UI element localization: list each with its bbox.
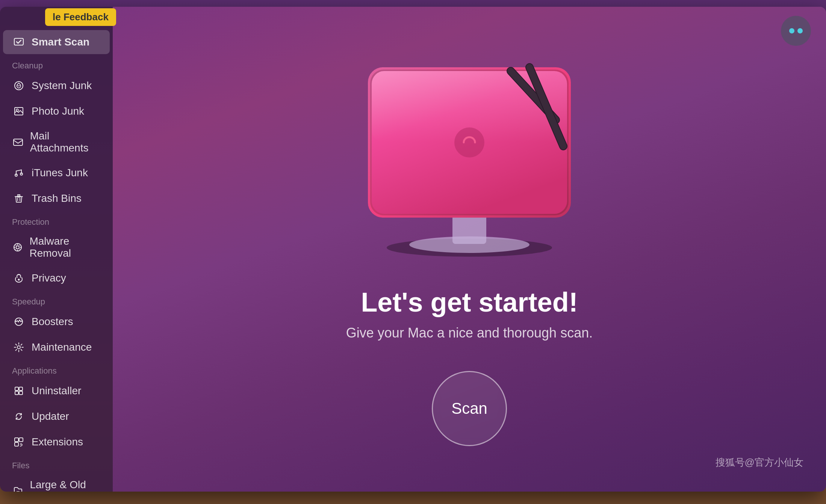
svg-rect-22 bbox=[452, 214, 486, 244]
sidebar-item-large-old-files[interactable]: Large & Old Files bbox=[3, 474, 110, 492]
sidebar-item-system-junk-label: System Junk bbox=[32, 80, 92, 92]
svg-rect-13 bbox=[19, 387, 23, 390]
sidebar-item-itunes-junk-label: iTunes Junk bbox=[32, 167, 88, 179]
sidebar-item-privacy-label: Privacy bbox=[32, 272, 66, 284]
section-label-speedup: Speedup bbox=[0, 291, 113, 309]
sidebar-item-malware-removal[interactable]: Malware Removal bbox=[3, 230, 110, 265]
section-label-protection: Protection bbox=[0, 211, 113, 229]
top-right-dots-button[interactable] bbox=[781, 16, 811, 46]
system-junk-icon bbox=[12, 79, 26, 92]
photo-junk-icon bbox=[12, 104, 26, 118]
svg-rect-17 bbox=[19, 438, 23, 442]
trash-bins-icon bbox=[12, 192, 26, 205]
smart-scan-icon bbox=[12, 35, 26, 49]
sidebar-item-trash-bins-label: Trash Bins bbox=[32, 192, 82, 204]
updater-icon bbox=[12, 410, 26, 423]
sidebar-item-photo-junk-label: Photo Junk bbox=[32, 105, 84, 117]
sidebar-item-updater-label: Updater bbox=[32, 410, 69, 422]
sidebar-item-boosters-label: Boosters bbox=[32, 316, 73, 328]
section-label-cleanup: Cleanup bbox=[0, 55, 113, 73]
sidebar: Smart Scan Cleanup System Junk bbox=[0, 7, 113, 492]
section-label-applications: Applications bbox=[0, 360, 113, 378]
sidebar-item-updater[interactable]: Updater bbox=[3, 404, 110, 428]
svg-rect-12 bbox=[15, 387, 18, 390]
svg-rect-16 bbox=[15, 438, 18, 442]
sidebar-item-boosters[interactable]: Boosters bbox=[3, 310, 110, 334]
sidebar-item-maintenance-label: Maintenance bbox=[32, 341, 92, 353]
privacy-icon bbox=[12, 271, 26, 285]
svg-point-9 bbox=[18, 279, 20, 281]
sidebar-item-extensions-label: Extensions bbox=[32, 436, 83, 448]
app-window: Smart Scan Cleanup System Junk bbox=[0, 7, 826, 492]
svg-rect-14 bbox=[15, 391, 18, 395]
svg-rect-18 bbox=[15, 442, 18, 446]
sidebar-item-maintenance[interactable]: Maintenance bbox=[3, 335, 110, 359]
itunes-junk-icon bbox=[12, 166, 26, 180]
sidebar-item-privacy[interactable]: Privacy bbox=[3, 266, 110, 290]
sidebar-item-mail-attachments[interactable]: Mail Attachments bbox=[3, 125, 110, 159]
svg-point-11 bbox=[17, 346, 20, 349]
sidebar-item-mail-attachments-label: Mail Attachments bbox=[30, 130, 101, 154]
scan-button[interactable]: Scan bbox=[432, 371, 507, 446]
mail-attachments-icon bbox=[12, 135, 24, 149]
maintenance-icon bbox=[12, 341, 26, 354]
sidebar-item-smart-scan[interactable]: Smart Scan bbox=[3, 30, 110, 54]
sidebar-item-smart-scan-label: Smart Scan bbox=[32, 36, 89, 48]
dot-1 bbox=[789, 28, 794, 33]
svg-point-27 bbox=[454, 127, 484, 157]
large-old-files-icon bbox=[12, 484, 24, 492]
extensions-icon bbox=[12, 435, 26, 449]
boosters-icon bbox=[12, 315, 26, 328]
main-headline: Let's get started! bbox=[361, 287, 578, 318]
sidebar-item-photo-junk[interactable]: Photo Junk bbox=[3, 99, 110, 123]
sidebar-item-large-old-files-label: Large & Old Files bbox=[30, 479, 101, 492]
main-content: Let's get started! Give your Mac a nice … bbox=[113, 7, 826, 492]
svg-rect-0 bbox=[14, 38, 23, 45]
monitor-illustration bbox=[338, 52, 601, 264]
sidebar-item-trash-bins[interactable]: Trash Bins bbox=[3, 186, 110, 210]
sidebar-item-malware-removal-label: Malware Removal bbox=[29, 235, 101, 259]
sidebar-item-itunes-junk[interactable]: iTunes Junk bbox=[3, 161, 110, 185]
svg-rect-3 bbox=[14, 139, 23, 145]
sidebar-item-uninstaller-label: Uninstaller bbox=[32, 385, 81, 397]
uninstaller-icon bbox=[12, 384, 26, 398]
malware-removal-icon bbox=[12, 241, 23, 254]
main-subheadline: Give your Mac a nice and thorough scan. bbox=[346, 325, 593, 341]
watermark: 搜狐号@官方小仙女 bbox=[716, 456, 803, 469]
section-label-files: Files bbox=[0, 455, 113, 473]
sidebar-item-extensions[interactable]: Extensions bbox=[3, 430, 110, 454]
dot-2 bbox=[797, 28, 803, 33]
sidebar-item-uninstaller[interactable]: Uninstaller bbox=[3, 379, 110, 403]
feedback-badge[interactable]: le Feedback bbox=[45, 8, 116, 26]
sidebar-item-system-junk[interactable]: System Junk bbox=[3, 74, 110, 98]
svg-rect-15 bbox=[19, 391, 23, 395]
